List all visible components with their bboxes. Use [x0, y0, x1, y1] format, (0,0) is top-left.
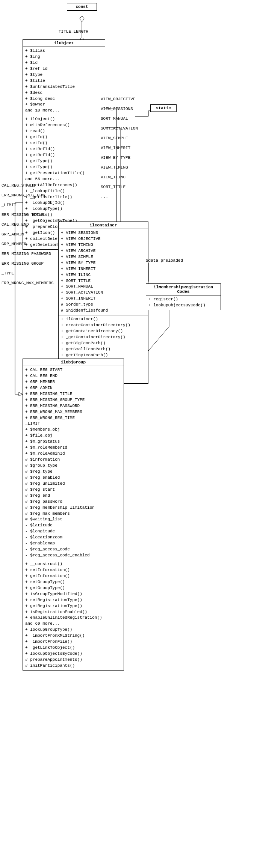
attr-latitude: - $latitude [25, 523, 121, 529]
method-setrefid: + setRefId() [25, 146, 103, 152]
attr-view-archive: + VIEW_ARCHIVE [61, 248, 146, 254]
ilmembershipreg-title-line2: Codes [148, 289, 218, 294]
label-sort-title: SORT_TITLE [101, 185, 138, 189]
method-getrefid: + getRefId() [25, 152, 103, 158]
method-and-more2: and 69 more... [25, 621, 121, 627]
method-register: + register() [148, 297, 218, 303]
attr-reg-unlimited: # $reg_unlimited [25, 481, 121, 487]
attr-sort-inherit: + SORT_INHERIT [61, 296, 146, 302]
ilmembershipreg-title-line1: ilMembershipRegistration [148, 285, 218, 289]
label-view-simple: VIEW_SIMPLE [101, 136, 138, 140]
label-view-sessions: VIEW_SESSIONS [101, 107, 138, 111]
attr-cal-reg-start: + CAL_REG_START [25, 367, 121, 373]
attr-group-type: # $group_type [25, 463, 121, 469]
ilobject-attributes: + $ilias + $lng + $id + $ref_id + $type … [23, 47, 105, 115]
label-sort-manual: SORT_MANUAL [101, 116, 138, 121]
method-isgrouptypemodified: + isGroupTypeModified() [25, 591, 121, 597]
attr-rolememberid: + $m_roleMemberId [25, 445, 121, 451]
label-err-missing-title: ERR_MISSING_TITLE [2, 212, 54, 217]
attr-locationzoom: - $locationzoom [25, 535, 121, 541]
attr-ilias: + $ilias [25, 48, 103, 54]
ilmembershipreg-title: ilMembershipRegistration Codes [146, 284, 221, 295]
title-length-label: TITLE_LENGTH [59, 29, 88, 34]
method-getcontainerdir: + getContainerDirectory() [61, 329, 146, 335]
method-initparticipants: # initParticipants() [25, 663, 121, 669]
attr-file-obj: + $file_obj [25, 433, 121, 439]
ilcontainer-title: ilContainer [59, 222, 148, 229]
attr-err-missing-title: + ERR_MISSING_TITLE [25, 391, 121, 397]
method-gettype: + getType() [25, 158, 103, 164]
attr-hiddenfilesfound: # $hiddenfilesfound [61, 308, 146, 314]
method-more: and 56 more... [25, 176, 103, 182]
label-view-by-type: VIEW_BY_TYPE [101, 155, 138, 160]
attr-more: and 10 more... [25, 108, 103, 114]
method-setregistrationtype: + setRegistrationType() [25, 597, 121, 603]
method-construct: + __construct() [25, 561, 121, 567]
method-read: + read() [25, 128, 103, 134]
svg-marker-7 [19, 392, 23, 396]
attr-sort-manual: + SORT_MANUAL [61, 284, 146, 290]
label-err-wrong-max-members: ERR_WRONG_MAX_MEMBERS [2, 281, 54, 285]
ilobjgroup-box: ilObjGroup + CAL_REG_START + CAL_REG_END… [23, 359, 124, 671]
ilobjgroup-attributes: + CAL_REG_START + CAL_REG_END + GRP_MEMB… [23, 366, 124, 560]
attr-lng: + $lng [25, 54, 103, 60]
attr-reg-type: # $reg_type [25, 469, 121, 475]
method-isregistrationenabled: + isRegistrationEnabled() [25, 609, 121, 615]
label-grp-admin: GRP_ADMIN [2, 232, 54, 237]
method-createcontainerdir: + createContainerDirectory() [61, 322, 146, 329]
attr-view-ilinc: + VIEW_ILINC [61, 272, 146, 278]
label-grp-member: GRP_MEMBER [2, 242, 54, 246]
ilcontainer-attributes: + VIEW_SESSIONS + VIEW_OBJECTIVE + VIEW_… [59, 229, 148, 315]
attr-owner: + $owner [25, 102, 103, 108]
attr-sort-activation: + SORT_ACTIVATION [61, 290, 146, 296]
method-settype: + setType() [25, 164, 103, 170]
attr-reg-end: # $reg_end [25, 493, 121, 499]
method-getbigiconpath: + getBigIconPath() [61, 341, 146, 347]
attr-waiting-list: # $waiting_list [25, 517, 121, 523]
attr-enablemap: - $enablemap [25, 541, 121, 547]
attr-grpstatus: + $m_grpStatus [25, 439, 121, 445]
attr-view-inherit: + VIEW_INHERIT [61, 266, 146, 272]
attr-type: + $type [25, 72, 103, 78]
attr-reg-membership-limitation: # $reg_membership_limitation [25, 505, 121, 511]
ilmembershipreg-box: ilMembershipRegistration Codes + registe… [146, 283, 221, 310]
method-setgrouptype: + setGroupType() [25, 579, 121, 585]
label-cal-reg-start: CAL_REG_START [2, 183, 54, 188]
label-err-missing-password: ERR_MISSING_PASSWORD [2, 252, 54, 256]
method-getcontainerdir-static: + _getContainerDirectory() [61, 335, 146, 341]
method-getinformation: + getInformation() [25, 573, 121, 579]
attr-reg-access-code: - $reg_access_code [25, 547, 121, 553]
label-view-objective: VIEW_OBJECTIVE [101, 97, 138, 101]
ilobjgroup-methods: + __construct() + setInformation() + get… [23, 560, 124, 670]
label-cal-reg-end: CAL_REG_END [2, 222, 54, 227]
attr-view-timing: + VIEW_TIMING [61, 242, 146, 248]
attr-longitude: - $longitude [25, 529, 121, 535]
attr-reg-access-code-enabled: - $reg_access_code_enabled [25, 553, 121, 559]
attr-untranslated-title: + $untranslatedTitle [25, 84, 103, 90]
method-getpresentationtitle: + getPresentationTitle() [25, 170, 103, 176]
method-getsmalliconpath: + getSmallIconPath() [61, 347, 146, 353]
ilmembershipreg-methods: + register() + lookupObjectsByCode() [146, 295, 221, 310]
svg-marker-1 [80, 16, 84, 22]
data-preloaded-label: $data_preloaded [146, 258, 183, 263]
attr-desc: + $desc [25, 90, 103, 96]
label-ellipsis: ... [101, 194, 138, 199]
method-lookupobjectsbycode: + lookupObjectsByCode() [148, 303, 218, 309]
attr-sort-title: + SORT_TITLE [61, 278, 146, 284]
attr-reg-password: # $reg_password [25, 499, 121, 505]
const-title: const [67, 3, 97, 11]
method-getlinktobject: + _getLinkToObject() [25, 645, 121, 651]
label-err-missing-group: ERR_MISSING_GROUP [2, 261, 54, 266]
attr-grp-admin: + GRP_ADMIN [25, 385, 121, 391]
method-importfromxmlstring: + _importFromXMLString() [25, 633, 121, 639]
method-lookupobjectsbycode2: + lookupObjectsByCode() [25, 651, 121, 657]
method-setid: + setId() [25, 140, 103, 146]
attr-roleadminid: + $m_roleAdminId [25, 451, 121, 457]
attr-order-type: # $order_type [61, 302, 146, 308]
label-err-wrong-reg-time: ERR_WRONG_REG_TIME [2, 193, 54, 197]
attr-information: # $information [25, 457, 121, 463]
method-prepareappointments: # prepareAppointments() [25, 657, 121, 663]
method-enableunlimitedregistration: + enableUnlimitedRegistration() [25, 615, 121, 621]
ilobjgroup-title: ilObjGroup [23, 359, 124, 366]
attr-reg-max-members: # $reg_max_members [25, 511, 121, 517]
